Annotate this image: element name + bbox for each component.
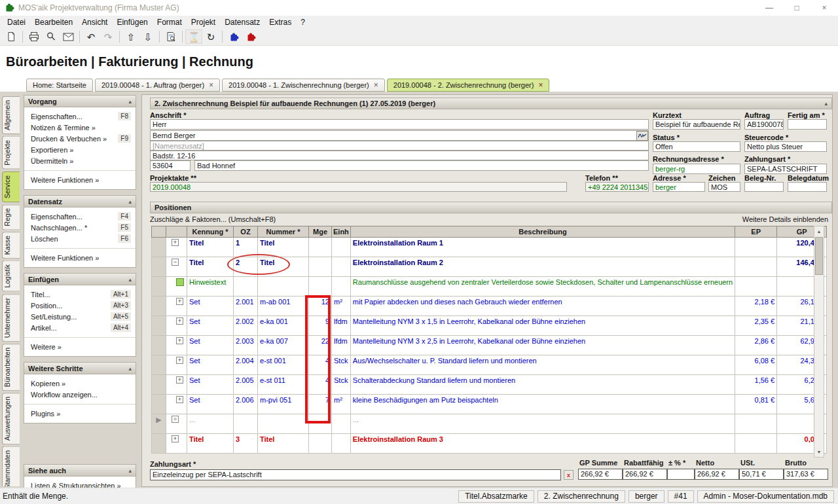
cell-kennung[interactable]: Hinweistext [187,277,234,297]
cell-oz[interactable]: 2 [234,257,258,277]
expand-plus-icon[interactable]: + [176,396,183,403]
cell-beschreibung[interactable]: Aus/Wechselschalter u. P. Standard liefe… [350,355,735,375]
expand-plus-icon[interactable]: + [176,357,183,364]
maximize-button[interactable]: □ [783,0,811,16]
cell-nummer[interactable]: m-pvi 051 [258,395,309,414]
telefon-field[interactable]: +49 2224 2011345 [585,182,649,192]
column-header-beschreibung[interactable]: Beschreibung [350,226,735,238]
cell-oz[interactable]: 1 [234,238,258,257]
tab-2019-00048-1-auftrag-berger[interactable]: 2019.00048 - 1. Auftrag (berger)× [95,79,220,92]
fertig-am-field[interactable] [788,119,827,130]
cell-ep[interactable]: 6,08 € [735,355,777,375]
cell-kennung[interactable]: ... [187,414,234,434]
row-expand-cell[interactable]: + [166,395,187,414]
zahlungsart-footer-field[interactable]: Einzeleinzug per SEPA-Lastschrift [150,469,561,480]
expand-plus-icon[interactable]: + [176,376,183,384]
cell-kennung[interactable]: Titel [187,257,234,277]
cell-nummer[interactable] [258,277,309,297]
menu-bearbeiten[interactable]: Bearbeiten [30,16,77,28]
module-tab-service[interactable]: Service [2,171,20,202]
nav-item-drucken-verbuchen[interactable]: Drucken & Verbuchen »F9 [24,133,136,144]
cell-oz[interactable]: 2.004 [234,355,258,375]
cell-oz[interactable] [234,277,258,297]
cell-oz[interactable]: 2.006 [234,395,258,414]
scroll-down-icon[interactable]: ▼ [814,447,824,457]
cell-nummer[interactable]: Titel [258,434,309,454]
clear-zahlungsart-button[interactable]: x [564,470,574,480]
cell-einh[interactable] [332,277,351,297]
cell-einh[interactable]: lfdm [332,336,351,355]
row-selector-cell[interactable] [152,395,166,414]
cell-ep[interactable] [735,277,777,297]
row-expand-cell[interactable]: » [166,414,187,434]
nav-item-plugins[interactable]: Plugins » [24,408,136,419]
menu-format[interactable]: Format [153,16,187,28]
cell-mge[interactable] [309,257,332,277]
collapse-section-icon[interactable]: ▴ [128,198,132,205]
cell-nummer[interactable] [258,414,309,434]
row-selector-cell[interactable] [152,316,166,336]
move-up-icon[interactable]: ⇧ [122,29,139,44]
module-tab-allgemein[interactable]: Allgemein [2,96,20,134]
nav-item-eigenschaften[interactable]: Eigenschaften...F4 [24,211,136,222]
nav-item-set-leistung[interactable]: Set/Leistung...Alt+5 [24,311,136,322]
expand-plus-icon[interactable]: + [176,298,183,305]
plugin-red-icon[interactable] [242,29,259,44]
cell-kennung[interactable]: Set [187,297,234,316]
redo-icon[interactable]: ↷ [100,29,117,44]
module-tab-büroarbeiten[interactable]: Büroarbeiten [2,344,20,391]
nav-item-übermitteln[interactable]: Übermitteln » [24,155,136,166]
cell-oz[interactable]: 2.001 [234,297,258,316]
position-row[interactable]: ▶»...... [152,414,827,434]
cell-oz[interactable]: 3 [234,434,258,454]
cell-ep[interactable]: 1,56 € [735,375,777,395]
cell-ep[interactable] [735,434,777,454]
steuercode-field[interactable]: Netto plus Steuer [744,141,827,152]
new-row-icon[interactable]: » [172,416,179,423]
menu-ansicht[interactable]: Ansicht [77,16,112,28]
menu-einfügen[interactable]: Einfügen [112,16,152,28]
cell-nummer[interactable]: Titel [258,257,309,277]
tab-2019-00048-1-zwischenrechnung-berger[interactable]: 2019.00048 - 1. Zwischenrechnung (berger… [222,79,385,92]
row-selector-cell[interactable] [152,375,166,395]
expand-plus-icon[interactable]: + [176,317,183,325]
belegdatum-field[interactable] [788,182,827,192]
column-header-item[interactable] [166,226,187,238]
cell-beschreibung[interactable]: Elektroinstallation Raum 1 [350,238,735,257]
nav-item-notizen-termine[interactable]: Notizen & Termine » [24,122,136,133]
cell-kennung[interactable]: Titel [187,238,234,257]
position-row[interactable]: −Titel2TitelElektroinstallation Raum 214… [152,257,827,277]
cell-mge[interactable]: 12 [309,297,332,316]
cell-nummer[interactable]: e-ka 007 [258,336,309,355]
cell-beschreibung[interactable]: Schalterabdeckung Standard liefern und m… [350,375,735,395]
plz-field[interactable]: 53604 [150,160,191,171]
cell-mge[interactable]: 22 [309,336,332,355]
rechnungsadresse-field[interactable]: berger-rg [653,164,740,174]
module-tab-unternehmer[interactable]: Unternehmer [2,294,20,342]
cell-kennung[interactable]: Titel [187,434,234,454]
position-row[interactable]: +Set2.002e-ka 0019lfdmMantelleitung NYM … [152,316,827,336]
collapse-section-icon[interactable]: ▴ [128,365,132,372]
cell-beschreibung[interactable]: mit Papier abdecken und dieses nach Gebr… [350,297,735,316]
row-selector-cell[interactable] [152,355,166,375]
position-row[interactable]: +Set2.003e-ka 00722lfdmMantelleitung NYM… [152,336,827,355]
cell-oz[interactable]: 2.002 [234,316,258,336]
nav-item-weitere-funktionen[interactable]: Weitere Funktionen » [24,174,136,185]
cell-mge[interactable] [309,277,332,297]
row-expand-cell[interactable]: + [166,297,187,316]
cell-mge[interactable]: 9 [309,316,332,336]
nav-item-exportieren[interactable]: Exportieren » [24,144,136,155]
cell-mge[interactable] [309,434,332,454]
total-value-field[interactable]: 266,92 € [578,469,623,480]
collapse-header-icon[interactable]: ▴ [824,100,828,107]
row-selector-cell[interactable] [152,297,166,316]
print-icon[interactable] [26,29,43,44]
nav-item-weitere-funktionen[interactable]: Weitere Funktionen » [24,252,136,263]
cell-einh[interactable] [332,257,351,277]
status-field[interactable]: Offen [653,141,740,152]
menu-?[interactable]: ? [296,16,310,28]
refresh-icon[interactable]: ↻ [202,29,219,44]
cell-nummer[interactable]: e-st 011 [258,375,309,395]
cell-ep[interactable] [735,257,777,277]
nav-item-nachschlagen[interactable]: Nachschlagen... *F5 [24,222,136,233]
